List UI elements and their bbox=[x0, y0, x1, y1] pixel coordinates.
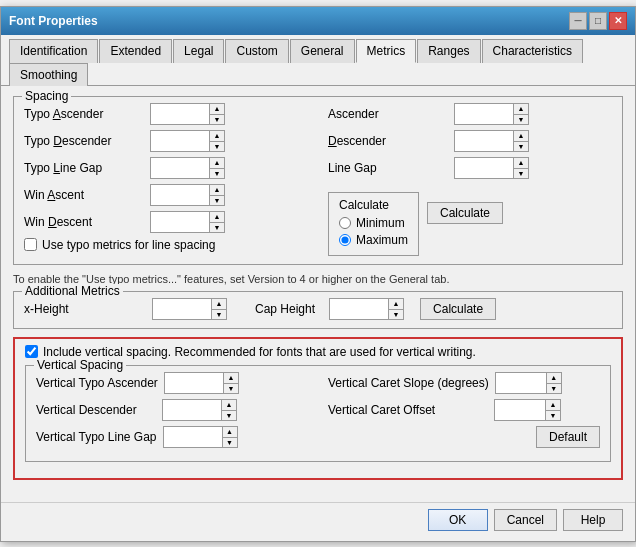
win-ascent-input[interactable]: 2612 bbox=[151, 185, 209, 205]
minimum-label: Minimum bbox=[356, 216, 405, 230]
win-ascent-spinner: 2612 ▲ ▼ bbox=[150, 184, 225, 206]
vert-line-gap-up[interactable]: ▲ bbox=[223, 427, 237, 437]
caret-slope-up[interactable]: ▲ bbox=[547, 373, 561, 383]
vert-line-gap-spinner: 0 ▲ ▼ bbox=[163, 426, 238, 448]
cap-height-up[interactable]: ▲ bbox=[389, 299, 403, 309]
calculate-button[interactable]: Calculate bbox=[427, 202, 503, 224]
win-ascent-down[interactable]: ▼ bbox=[210, 195, 224, 205]
typo-ascender-spinner: 1663 ▲ ▼ bbox=[150, 103, 225, 125]
typo-descender-spinner: 238 ▲ ▼ bbox=[150, 130, 225, 152]
tab-ranges-label: Ranges bbox=[428, 44, 469, 58]
vert-descender-spinner: -1024 ▲ ▼ bbox=[162, 399, 237, 421]
typo-descender-down[interactable]: ▼ bbox=[210, 141, 224, 151]
descender-down[interactable]: ▼ bbox=[514, 141, 528, 151]
tab-smoothing[interactable]: Smoothing bbox=[9, 63, 88, 86]
typo-line-gap-spinner-btns: ▲ ▼ bbox=[209, 158, 224, 178]
maximum-radio-row: Maximum bbox=[339, 233, 408, 247]
tab-general[interactable]: General bbox=[290, 39, 355, 63]
typo-ascender-up[interactable]: ▲ bbox=[210, 104, 224, 114]
tab-metrics[interactable]: Metrics bbox=[356, 39, 417, 63]
typo-descender-row: Typo Descender 238 ▲ ▼ bbox=[24, 130, 308, 152]
vert-typo-ascender-up[interactable]: ▲ bbox=[224, 373, 238, 383]
maximum-radio[interactable] bbox=[339, 234, 351, 246]
vert-descender-up[interactable]: ▲ bbox=[222, 400, 236, 410]
additional-metrics-row: x-Height 1301 ▲ ▼ Cap Height 1516 ▲ ▼ bbox=[24, 298, 612, 320]
typo-line-gap-label: Typo Line Gap bbox=[24, 161, 144, 175]
tab-ranges[interactable]: Ranges bbox=[417, 39, 480, 63]
vertical-spacing-sub-section: Vertical Spacing Vertical Typo Ascender … bbox=[25, 365, 611, 462]
descender-input[interactable]: -531 bbox=[455, 131, 513, 151]
vert-line-gap-input[interactable]: 0 bbox=[164, 427, 222, 447]
typo-line-gap-input[interactable]: 205 bbox=[151, 158, 209, 178]
tab-identification[interactable]: Identification bbox=[9, 39, 98, 63]
maximize-button[interactable]: □ bbox=[589, 12, 607, 30]
tab-extended[interactable]: Extended bbox=[99, 39, 172, 63]
typo-line-gap-down[interactable]: ▼ bbox=[210, 168, 224, 178]
x-height-spinner: 1301 ▲ ▼ bbox=[152, 298, 227, 320]
maximum-label: Maximum bbox=[356, 233, 408, 247]
ascender-input[interactable]: 2612 bbox=[455, 104, 513, 124]
minimum-radio[interactable] bbox=[339, 217, 351, 229]
x-height-input[interactable]: 1301 bbox=[153, 299, 211, 319]
tab-legal[interactable]: Legal bbox=[173, 39, 224, 63]
caret-offset-up[interactable]: ▲ bbox=[546, 400, 560, 410]
vert-typo-ascender-down[interactable]: ▼ bbox=[224, 383, 238, 393]
caret-slope-down[interactable]: ▼ bbox=[547, 383, 561, 393]
spacing-section-label: Spacing bbox=[22, 89, 71, 103]
descender-up[interactable]: ▲ bbox=[514, 131, 528, 141]
line-gap-down[interactable]: ▼ bbox=[514, 168, 528, 178]
win-descent-down[interactable]: ▼ bbox=[210, 222, 224, 232]
x-height-down[interactable]: ▼ bbox=[212, 309, 226, 319]
cancel-button[interactable]: Cancel bbox=[494, 509, 557, 531]
use-typo-metrics-checkbox[interactable] bbox=[24, 238, 37, 251]
vert-typo-ascender-spinner: 1024 ▲ ▼ bbox=[164, 372, 239, 394]
line-gap-up[interactable]: ▲ bbox=[514, 158, 528, 168]
typo-descender-up[interactable]: ▲ bbox=[210, 131, 224, 141]
tab-characteristics[interactable]: Characteristics bbox=[482, 39, 583, 63]
ok-button[interactable]: OK bbox=[428, 509, 488, 531]
descender-spinner: -531 ▲ ▼ bbox=[454, 130, 529, 152]
vert-line-gap-down[interactable]: ▼ bbox=[223, 437, 237, 447]
caret-offset-input[interactable]: 0 bbox=[495, 400, 545, 420]
line-gap-input[interactable]: 0 bbox=[455, 158, 513, 178]
win-ascent-up[interactable]: ▲ bbox=[210, 185, 224, 195]
vert-line-gap-row: Vertical Typo Line Gap 0 ▲ ▼ bbox=[36, 426, 308, 448]
typo-ascender-down[interactable]: ▼ bbox=[210, 114, 224, 124]
ascender-up[interactable]: ▲ bbox=[514, 104, 528, 114]
cap-height-spinner: 1516 ▲ ▼ bbox=[329, 298, 404, 320]
vertical-checkbox-row: Include vertical spacing. Recommended fo… bbox=[25, 345, 611, 359]
additional-calculate-button[interactable]: Calculate bbox=[420, 298, 496, 320]
descender-row: Descender -531 ▲ ▼ bbox=[328, 130, 612, 152]
help-button[interactable]: Help bbox=[563, 509, 623, 531]
x-height-up[interactable]: ▲ bbox=[212, 299, 226, 309]
win-descent-up[interactable]: ▲ bbox=[210, 212, 224, 222]
win-descent-input[interactable]: -531 bbox=[151, 212, 209, 232]
vertical-spacing-checkbox[interactable] bbox=[25, 345, 38, 358]
vert-descender-spinner-btns: ▲ ▼ bbox=[221, 400, 236, 420]
close-button[interactable]: ✕ bbox=[609, 12, 627, 30]
calculate-group-box: Calculate Minimum Maximum bbox=[328, 192, 419, 256]
caret-offset-down[interactable]: ▼ bbox=[546, 410, 560, 420]
line-gap-spinner: 0 ▲ ▼ bbox=[454, 157, 529, 179]
vert-descender-input[interactable]: -1024 bbox=[163, 400, 221, 420]
minimize-button[interactable]: ─ bbox=[569, 12, 587, 30]
ascender-down[interactable]: ▼ bbox=[514, 114, 528, 124]
vert-descender-label: Vertical Descender bbox=[36, 403, 156, 417]
typo-line-gap-spinner: 205 ▲ ▼ bbox=[150, 157, 225, 179]
typo-descender-input[interactable]: 238 bbox=[151, 131, 209, 151]
caret-slope-input[interactable]: 90.00 bbox=[496, 373, 546, 393]
caret-slope-row: Vertical Caret Slope (degrees) 90.00 ▲ ▼ bbox=[328, 372, 600, 394]
tab-custom[interactable]: Custom bbox=[225, 39, 288, 63]
default-button[interactable]: Default bbox=[536, 426, 600, 448]
vert-descender-down[interactable]: ▼ bbox=[222, 410, 236, 420]
cap-height-input[interactable]: 1516 bbox=[330, 299, 388, 319]
cap-height-down[interactable]: ▼ bbox=[389, 309, 403, 319]
spacing-right-col: Ascender 2612 ▲ ▼ Descender bbox=[328, 103, 612, 256]
tab-characteristics-label: Characteristics bbox=[493, 44, 572, 58]
typo-line-gap-up[interactable]: ▲ bbox=[210, 158, 224, 168]
vertical-right-col: Vertical Caret Slope (degrees) 90.00 ▲ ▼ bbox=[328, 372, 600, 453]
x-height-spinner-btns: ▲ ▼ bbox=[211, 299, 226, 319]
vert-typo-ascender-input[interactable]: 1024 bbox=[165, 373, 223, 393]
typo-ascender-input[interactable]: 1663 bbox=[151, 104, 209, 124]
font-properties-window: Font Properties ─ □ ✕ Identification Ext… bbox=[0, 6, 636, 542]
